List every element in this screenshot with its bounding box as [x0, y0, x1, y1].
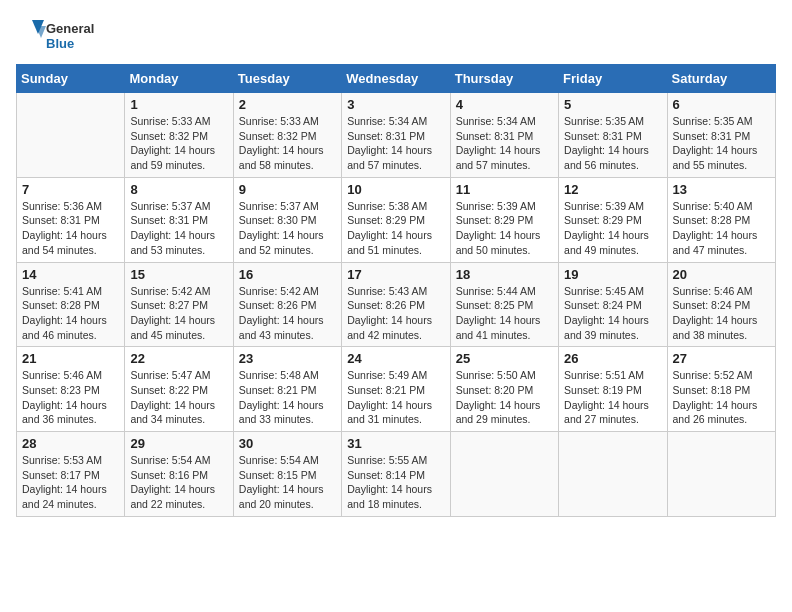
day-info: Sunrise: 5:48 AM Sunset: 8:21 PM Dayligh…: [239, 368, 336, 427]
day-info: Sunrise: 5:38 AM Sunset: 8:29 PM Dayligh…: [347, 199, 444, 258]
day-info: Sunrise: 5:44 AM Sunset: 8:25 PM Dayligh…: [456, 284, 553, 343]
day-info: Sunrise: 5:54 AM Sunset: 8:16 PM Dayligh…: [130, 453, 227, 512]
day-info: Sunrise: 5:50 AM Sunset: 8:20 PM Dayligh…: [456, 368, 553, 427]
day-info: Sunrise: 5:47 AM Sunset: 8:22 PM Dayligh…: [130, 368, 227, 427]
day-info: Sunrise: 5:53 AM Sunset: 8:17 PM Dayligh…: [22, 453, 119, 512]
calendar-cell: 18Sunrise: 5:44 AM Sunset: 8:25 PM Dayli…: [450, 262, 558, 347]
calendar-cell: 15Sunrise: 5:42 AM Sunset: 8:27 PM Dayli…: [125, 262, 233, 347]
day-number: 22: [130, 351, 227, 366]
day-of-week-header: Wednesday: [342, 65, 450, 93]
calendar-cell: 20Sunrise: 5:46 AM Sunset: 8:24 PM Dayli…: [667, 262, 775, 347]
day-info: Sunrise: 5:42 AM Sunset: 8:26 PM Dayligh…: [239, 284, 336, 343]
day-number: 30: [239, 436, 336, 451]
day-info: Sunrise: 5:54 AM Sunset: 8:15 PM Dayligh…: [239, 453, 336, 512]
logo: General Blue: [16, 16, 106, 56]
day-info: Sunrise: 5:37 AM Sunset: 8:30 PM Dayligh…: [239, 199, 336, 258]
calendar-cell: 8Sunrise: 5:37 AM Sunset: 8:31 PM Daylig…: [125, 177, 233, 262]
calendar-cell: 30Sunrise: 5:54 AM Sunset: 8:15 PM Dayli…: [233, 432, 341, 517]
calendar-week-row: 1Sunrise: 5:33 AM Sunset: 8:32 PM Daylig…: [17, 93, 776, 178]
day-number: 26: [564, 351, 661, 366]
calendar-week-row: 14Sunrise: 5:41 AM Sunset: 8:28 PM Dayli…: [17, 262, 776, 347]
calendar-cell: 12Sunrise: 5:39 AM Sunset: 8:29 PM Dayli…: [559, 177, 667, 262]
day-info: Sunrise: 5:34 AM Sunset: 8:31 PM Dayligh…: [347, 114, 444, 173]
day-number: 27: [673, 351, 770, 366]
day-number: 20: [673, 267, 770, 282]
day-number: 21: [22, 351, 119, 366]
calendar-cell: 27Sunrise: 5:52 AM Sunset: 8:18 PM Dayli…: [667, 347, 775, 432]
day-info: Sunrise: 5:33 AM Sunset: 8:32 PM Dayligh…: [130, 114, 227, 173]
day-info: Sunrise: 5:42 AM Sunset: 8:27 PM Dayligh…: [130, 284, 227, 343]
day-of-week-header: Thursday: [450, 65, 558, 93]
day-number: 13: [673, 182, 770, 197]
day-number: 11: [456, 182, 553, 197]
calendar-cell: 21Sunrise: 5:46 AM Sunset: 8:23 PM Dayli…: [17, 347, 125, 432]
calendar-cell: [667, 432, 775, 517]
calendar-cell: 28Sunrise: 5:53 AM Sunset: 8:17 PM Dayli…: [17, 432, 125, 517]
day-number: 10: [347, 182, 444, 197]
day-info: Sunrise: 5:33 AM Sunset: 8:32 PM Dayligh…: [239, 114, 336, 173]
calendar-cell: [17, 93, 125, 178]
day-number: 12: [564, 182, 661, 197]
day-of-week-header: Tuesday: [233, 65, 341, 93]
calendar-cell: 6Sunrise: 5:35 AM Sunset: 8:31 PM Daylig…: [667, 93, 775, 178]
day-info: Sunrise: 5:49 AM Sunset: 8:21 PM Dayligh…: [347, 368, 444, 427]
calendar-cell: [559, 432, 667, 517]
day-number: 5: [564, 97, 661, 112]
day-number: 7: [22, 182, 119, 197]
day-number: 28: [22, 436, 119, 451]
day-info: Sunrise: 5:46 AM Sunset: 8:24 PM Dayligh…: [673, 284, 770, 343]
day-number: 17: [347, 267, 444, 282]
day-number: 2: [239, 97, 336, 112]
calendar-cell: 9Sunrise: 5:37 AM Sunset: 8:30 PM Daylig…: [233, 177, 341, 262]
calendar-cell: 13Sunrise: 5:40 AM Sunset: 8:28 PM Dayli…: [667, 177, 775, 262]
calendar-cell: 10Sunrise: 5:38 AM Sunset: 8:29 PM Dayli…: [342, 177, 450, 262]
svg-text:General: General: [46, 21, 94, 36]
day-info: Sunrise: 5:37 AM Sunset: 8:31 PM Dayligh…: [130, 199, 227, 258]
calendar-cell: 16Sunrise: 5:42 AM Sunset: 8:26 PM Dayli…: [233, 262, 341, 347]
day-of-week-header: Friday: [559, 65, 667, 93]
day-number: 31: [347, 436, 444, 451]
day-number: 4: [456, 97, 553, 112]
day-number: 3: [347, 97, 444, 112]
day-number: 15: [130, 267, 227, 282]
day-info: Sunrise: 5:55 AM Sunset: 8:14 PM Dayligh…: [347, 453, 444, 512]
day-of-week-header: Saturday: [667, 65, 775, 93]
day-number: 23: [239, 351, 336, 366]
calendar-header-row: SundayMondayTuesdayWednesdayThursdayFrid…: [17, 65, 776, 93]
calendar-cell: 5Sunrise: 5:35 AM Sunset: 8:31 PM Daylig…: [559, 93, 667, 178]
calendar-week-row: 28Sunrise: 5:53 AM Sunset: 8:17 PM Dayli…: [17, 432, 776, 517]
logo-svg: General Blue: [16, 16, 106, 56]
calendar-week-row: 21Sunrise: 5:46 AM Sunset: 8:23 PM Dayli…: [17, 347, 776, 432]
calendar-cell: 2Sunrise: 5:33 AM Sunset: 8:32 PM Daylig…: [233, 93, 341, 178]
day-info: Sunrise: 5:41 AM Sunset: 8:28 PM Dayligh…: [22, 284, 119, 343]
day-number: 18: [456, 267, 553, 282]
calendar-cell: 29Sunrise: 5:54 AM Sunset: 8:16 PM Dayli…: [125, 432, 233, 517]
day-number: 9: [239, 182, 336, 197]
calendar-cell: 24Sunrise: 5:49 AM Sunset: 8:21 PM Dayli…: [342, 347, 450, 432]
day-info: Sunrise: 5:46 AM Sunset: 8:23 PM Dayligh…: [22, 368, 119, 427]
day-info: Sunrise: 5:34 AM Sunset: 8:31 PM Dayligh…: [456, 114, 553, 173]
day-info: Sunrise: 5:36 AM Sunset: 8:31 PM Dayligh…: [22, 199, 119, 258]
calendar-cell: 31Sunrise: 5:55 AM Sunset: 8:14 PM Dayli…: [342, 432, 450, 517]
calendar-cell: 1Sunrise: 5:33 AM Sunset: 8:32 PM Daylig…: [125, 93, 233, 178]
day-number: 14: [22, 267, 119, 282]
calendar-cell: 25Sunrise: 5:50 AM Sunset: 8:20 PM Dayli…: [450, 347, 558, 432]
day-info: Sunrise: 5:43 AM Sunset: 8:26 PM Dayligh…: [347, 284, 444, 343]
day-number: 8: [130, 182, 227, 197]
calendar-cell: 26Sunrise: 5:51 AM Sunset: 8:19 PM Dayli…: [559, 347, 667, 432]
calendar-week-row: 7Sunrise: 5:36 AM Sunset: 8:31 PM Daylig…: [17, 177, 776, 262]
day-info: Sunrise: 5:39 AM Sunset: 8:29 PM Dayligh…: [456, 199, 553, 258]
day-of-week-header: Monday: [125, 65, 233, 93]
day-info: Sunrise: 5:40 AM Sunset: 8:28 PM Dayligh…: [673, 199, 770, 258]
calendar-cell: 14Sunrise: 5:41 AM Sunset: 8:28 PM Dayli…: [17, 262, 125, 347]
day-number: 29: [130, 436, 227, 451]
day-info: Sunrise: 5:45 AM Sunset: 8:24 PM Dayligh…: [564, 284, 661, 343]
calendar-table: SundayMondayTuesdayWednesdayThursdayFrid…: [16, 64, 776, 517]
day-info: Sunrise: 5:35 AM Sunset: 8:31 PM Dayligh…: [564, 114, 661, 173]
day-info: Sunrise: 5:39 AM Sunset: 8:29 PM Dayligh…: [564, 199, 661, 258]
calendar-cell: 7Sunrise: 5:36 AM Sunset: 8:31 PM Daylig…: [17, 177, 125, 262]
calendar-cell: 17Sunrise: 5:43 AM Sunset: 8:26 PM Dayli…: [342, 262, 450, 347]
calendar-cell: 22Sunrise: 5:47 AM Sunset: 8:22 PM Dayli…: [125, 347, 233, 432]
day-info: Sunrise: 5:52 AM Sunset: 8:18 PM Dayligh…: [673, 368, 770, 427]
calendar-cell: 11Sunrise: 5:39 AM Sunset: 8:29 PM Dayli…: [450, 177, 558, 262]
